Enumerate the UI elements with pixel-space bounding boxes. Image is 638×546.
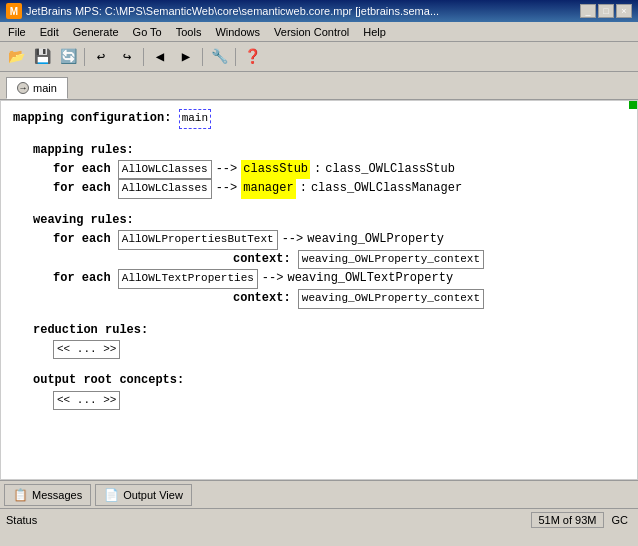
- title-bar-text: JetBrains MPS: C:\MPS\SemanticWeb\core\s…: [26, 5, 439, 17]
- rule1-result: class_OWLClassStub: [325, 160, 455, 179]
- toolbar: 📂 💾 🔄 ↩ ↪ ◀ ▶ 🔧 ❓: [0, 42, 638, 72]
- open-folder-button[interactable]: 📂: [4, 46, 28, 68]
- weave1-foreach: for each: [53, 230, 111, 249]
- gap-1: [13, 129, 625, 141]
- output-root-placeholder-line: << ... >>: [53, 391, 625, 411]
- title-bar-controls[interactable]: _ □ ×: [580, 4, 632, 18]
- weave1-arrow: -->: [282, 230, 304, 249]
- weave1-result: weaving_OWLProperty: [307, 230, 444, 249]
- mapping-config-value[interactable]: main: [179, 109, 211, 129]
- weave2-result: weaving_OWLTextProperty: [287, 269, 453, 288]
- gap-3: [13, 309, 625, 321]
- messages-icon: 📋: [13, 488, 28, 502]
- weave2-context-line: context: weaving_OWLProperty_context: [233, 289, 625, 309]
- menu-file[interactable]: File: [4, 25, 30, 39]
- help-button[interactable]: ❓: [240, 46, 264, 68]
- code-editor[interactable]: mapping configuration: main mapping rule…: [1, 101, 637, 418]
- rule2-foreach: for each: [53, 179, 111, 198]
- menu-help[interactable]: Help: [359, 25, 390, 39]
- menu-edit[interactable]: Edit: [36, 25, 63, 39]
- weave2-class[interactable]: AllOWLTextProperties: [118, 269, 258, 289]
- weave2-context-label: context:: [233, 289, 291, 308]
- undo-button[interactable]: ↩: [89, 46, 113, 68]
- weave1-context-label: context:: [233, 250, 291, 269]
- weaving-rules-line: weaving rules:: [33, 211, 625, 230]
- reduction-placeholder[interactable]: << ... >>: [53, 340, 120, 360]
- menu-windows[interactable]: Windows: [211, 25, 264, 39]
- reduction-rules-label: reduction rules:: [33, 321, 148, 340]
- title-bar: M JetBrains MPS: C:\MPS\SemanticWeb\core…: [0, 0, 638, 22]
- memory-indicator[interactable]: 51M of 93M: [531, 512, 603, 528]
- output-icon: 📄: [104, 488, 119, 502]
- messages-label: Messages: [32, 489, 82, 501]
- tab-output-view[interactable]: 📄 Output View: [95, 484, 192, 506]
- rule1-target[interactable]: classStub: [241, 160, 310, 179]
- output-root-placeholder[interactable]: << ... >>: [53, 391, 120, 411]
- nav-back-button[interactable]: ◀: [148, 46, 172, 68]
- tab-messages[interactable]: 📋 Messages: [4, 484, 91, 506]
- mapping-rules-line: mapping rules:: [33, 141, 625, 160]
- menu-goto[interactable]: Go To: [129, 25, 166, 39]
- output-root-line: output root concepts:: [33, 371, 625, 390]
- rule2-arrow: -->: [216, 179, 238, 198]
- settings-button[interactable]: 🔧: [207, 46, 231, 68]
- weave1-line: for each AllOWLPropertiesButText --> wea…: [53, 230, 625, 250]
- rule1-class[interactable]: AllOWLClasses: [118, 160, 212, 180]
- mapping-rules-label: mapping rules:: [33, 141, 134, 160]
- toolbar-separator-4: [235, 48, 236, 66]
- weave2-foreach: for each: [53, 269, 111, 288]
- rule1-foreach: for each: [53, 160, 111, 179]
- nav-fwd-button[interactable]: ▶: [174, 46, 198, 68]
- gap-4: [13, 359, 625, 371]
- menu-tools[interactable]: Tools: [172, 25, 206, 39]
- rule2-line: for each AllOWLClasses --> manager : cla…: [53, 179, 625, 199]
- rule2-colon: :: [300, 179, 307, 198]
- minimize-button[interactable]: _: [580, 4, 596, 18]
- app-icon: M: [6, 3, 22, 19]
- mapping-config-label: mapping configuration:: [13, 109, 171, 128]
- weave2-arrow: -->: [262, 269, 284, 288]
- rule2-target[interactable]: manager: [241, 179, 295, 198]
- redo-button[interactable]: ↪: [115, 46, 139, 68]
- toolbar-separator-2: [143, 48, 144, 66]
- output-root-label: output root concepts:: [33, 371, 184, 390]
- rule2-result: class_OWLClassManager: [311, 179, 462, 198]
- mapping-config-line: mapping configuration: main: [13, 109, 625, 129]
- title-bar-left: M JetBrains MPS: C:\MPS\SemanticWeb\core…: [6, 3, 439, 19]
- tab-bar: → main: [0, 72, 638, 100]
- tab-label: main: [33, 82, 57, 94]
- weave2-context-value[interactable]: weaving_OWLProperty_context: [298, 289, 484, 309]
- rule1-line: for each AllOWLClasses --> classStub : c…: [53, 160, 625, 180]
- toolbar-separator-1: [84, 48, 85, 66]
- weaving-rules-label: weaving rules:: [33, 211, 134, 230]
- rule2-class[interactable]: AllOWLClasses: [118, 179, 212, 199]
- weave1-context-value[interactable]: weaving_OWLProperty_context: [298, 250, 484, 270]
- output-label: Output View: [123, 489, 183, 501]
- status-bar: Status 51M of 93M GC: [0, 508, 638, 530]
- status-text: Status: [6, 514, 37, 526]
- menu-versioncontrol[interactable]: Version Control: [270, 25, 353, 39]
- reduction-placeholder-line: << ... >>: [53, 340, 625, 360]
- maximize-button[interactable]: □: [598, 4, 614, 18]
- menu-generate[interactable]: Generate: [69, 25, 123, 39]
- save-button[interactable]: 💾: [30, 46, 54, 68]
- rule1-arrow: -->: [216, 160, 238, 179]
- toolbar-separator-3: [202, 48, 203, 66]
- weave1-class[interactable]: AllOWLPropertiesButText: [118, 230, 278, 250]
- reduction-rules-line: reduction rules:: [33, 321, 625, 340]
- rule1-colon: :: [314, 160, 321, 179]
- gap-2: [13, 199, 625, 211]
- menu-bar: File Edit Generate Go To Tools Windows V…: [0, 22, 638, 42]
- bottom-panel: 📋 Messages 📄 Output View: [0, 480, 638, 508]
- gc-button[interactable]: GC: [608, 513, 633, 527]
- status-indicator: [629, 101, 637, 109]
- close-button[interactable]: ×: [616, 4, 632, 18]
- tab-icon: →: [17, 82, 29, 94]
- status-right: 51M of 93M GC: [531, 512, 632, 528]
- tab-main[interactable]: → main: [6, 77, 68, 99]
- weave2-line: for each AllOWLTextProperties --> weavin…: [53, 269, 625, 289]
- refresh-button[interactable]: 🔄: [56, 46, 80, 68]
- content-wrapper: mapping configuration: main mapping rule…: [0, 100, 638, 480]
- weave1-context-line: context: weaving_OWLProperty_context: [233, 250, 625, 270]
